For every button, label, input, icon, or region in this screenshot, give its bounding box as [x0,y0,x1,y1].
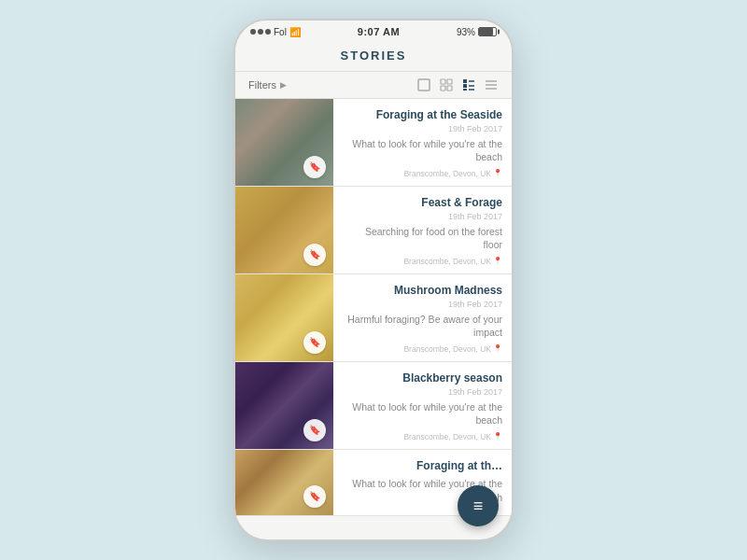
bookmark-icon: 🔖 [309,425,320,435]
view-list-icon[interactable] [461,77,476,92]
phone-frame: Fol 📶 9:07 AM 93% STORIES Filters ▶ [233,19,514,541]
story-image-wrap: 🔖 [235,274,333,361]
story-item[interactable]: 🔖 Blackberry season 19th Feb 2017 What t… [235,362,512,450]
story-content: Mushroom Madness 19th Feb 2017 Harmful f… [333,274,512,361]
bookmark-button[interactable]: 🔖 [303,331,326,354]
story-title: Feast & Forage [345,196,502,211]
view-toggle-group [416,77,499,92]
story-location: Branscombe, Devon, UK 📍 [345,257,502,266]
bookmark-icon: 🔖 [309,161,320,172]
bookmark-button[interactable]: 🔖 [303,419,326,441]
story-image-wrap: 🔖 [235,99,333,186]
status-time: 9:07 AM [358,26,400,37]
story-description: Harmful foraging? Be aware of your impac… [345,313,502,340]
page-header: STORIES [235,41,512,72]
location-pin-icon: 📍 [493,169,502,177]
bookmark-button[interactable]: 🔖 [303,485,326,508]
location-text: Branscombe, Devon, UK [403,169,491,178]
location-text: Branscombe, Devon, UK [403,257,491,266]
signal-dots [250,29,271,35]
svg-rect-3 [441,86,445,91]
svg-rect-1 [441,79,445,84]
svg-rect-7 [463,84,467,88]
location-pin-icon: 📍 [493,432,502,441]
svg-rect-5 [463,79,467,83]
story-image-wrap: 🔖 [235,362,333,449]
story-description: What to look for while you're at the bea… [345,400,502,427]
story-title: Mushroom Madness [345,284,502,299]
location-pin-icon: 📍 [493,257,502,265]
page-title: STORIES [341,49,407,63]
fab-menu-icon: ≡ [473,497,484,514]
story-date: 19th Feb 2017 [345,212,502,221]
svg-rect-2 [447,79,452,84]
story-title: Blackberry season [345,371,502,386]
filters-label: Filters [248,79,276,91]
story-title: Foraging at the Seaside [345,108,502,123]
story-item[interactable]: 🔖 Feast & Forage 19th Feb 2017 Searching… [235,187,512,274]
story-description: Searching for food on the forest floor [345,225,502,252]
stories-list: 🔖 Foraging at the Seaside 19th Feb 2017 … [235,99,512,539]
battery-icon [478,27,497,36]
story-content: Foraging at the Seaside 19th Feb 2017 Wh… [333,99,512,186]
toolbar: Filters ▶ [235,72,512,99]
story-item[interactable]: 🔖 Foraging at the Seaside 19th Feb 2017 … [235,99,512,187]
story-location: Branscombe, Devon, UK 📍 [345,344,502,354]
story-date: 19th Feb 2017 [345,387,502,397]
status-right: 93% [457,27,497,37]
location-text: Branscombe, Devon, UK [403,344,491,354]
location-pin-icon: 📍 [493,344,502,353]
story-location: Branscombe, Devon, UK 📍 [345,169,502,178]
story-content: Feast & Forage 19th Feb 2017 Searching f… [333,187,512,273]
fab-button[interactable]: ≡ [458,485,499,526]
status-left: Fol 📶 [250,27,301,37]
location-text: Branscombe, Devon, UK [403,432,491,441]
bookmark-icon: 🔖 [309,249,320,259]
story-date: 19th Feb 2017 [345,124,502,133]
filters-arrow-icon: ▶ [280,80,287,90]
status-bar: Fol 📶 9:07 AM 93% [235,21,512,41]
view-single-icon[interactable] [416,77,431,92]
battery-label: 93% [457,27,475,37]
story-image-wrap: 🔖 [235,187,333,273]
svg-rect-0 [418,79,430,91]
story-description: What to look for while you're at the bea… [345,137,502,164]
bookmark-button[interactable]: 🔖 [303,156,326,178]
story-item[interactable]: 🔖 Mushroom Madness 19th Feb 2017 Harmful… [235,274,512,362]
story-location: Branscombe, Devon, UK 📍 [345,432,502,441]
story-title: Foraging at th… [345,459,502,474]
view-grid-icon[interactable] [439,77,454,92]
carrier-label: Fol [274,27,287,37]
filters-button[interactable]: Filters ▶ [248,79,287,91]
bookmark-button[interactable]: 🔖 [303,244,326,266]
bookmark-icon: 🔖 [309,491,320,501]
svg-rect-4 [447,86,452,91]
svg-rect-9 [463,89,467,91]
view-compact-icon[interactable] [484,77,499,92]
story-content: Blackberry season 19th Feb 2017 What to … [333,362,512,449]
wifi-icon: 📶 [289,27,301,37]
story-date: 19th Feb 2017 [345,300,502,309]
bookmark-icon: 🔖 [309,337,320,347]
story-image-wrap: 🔖 [235,450,333,515]
